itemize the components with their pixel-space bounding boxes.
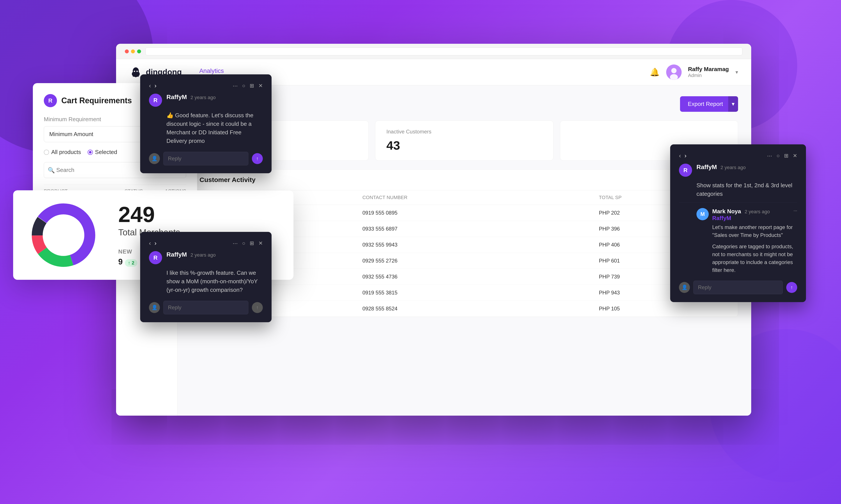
sub-comment-text1: Let's make another report page for "Sale… xyxy=(712,223,797,239)
sub-comment-content: Mark Noya 2 years ago ··· RaffyM Let's m… xyxy=(712,208,797,274)
reply-send-bl[interactable]: ↑ xyxy=(252,302,263,313)
comment-user-top: R RaffyM 2 years ago xyxy=(149,94,263,107)
merchants-count: 249 xyxy=(118,203,280,225)
stat-new-value2: 9 ↑ 2 xyxy=(118,257,137,267)
export-caret-icon: ▾ xyxy=(728,96,738,112)
comment-header-bl: ‹ › ··· ○ ⊞ ✕ xyxy=(149,240,263,247)
comment-text-bl: I like this %-growth feature. Can we sho… xyxy=(167,269,263,294)
svg-point-10 xyxy=(44,215,83,255)
svg-point-1 xyxy=(134,71,135,72)
url-bar[interactable] xyxy=(145,48,742,55)
stat-new-label2: NEW xyxy=(118,248,137,255)
merchants-donut-chart xyxy=(26,198,101,272)
comment-nav-right: ‹ › xyxy=(679,152,687,159)
reply-avatar-top: 👤 xyxy=(149,153,160,164)
comment-more-icon-r[interactable]: ··· xyxy=(767,152,772,159)
minimize-dot[interactable] xyxy=(131,50,135,53)
comment-close-icon-r[interactable]: ✕ xyxy=(793,153,797,159)
maximize-dot[interactable] xyxy=(137,50,141,53)
close-dot[interactable] xyxy=(125,50,129,53)
comment-close-icon[interactable]: ✕ xyxy=(258,83,263,89)
sub-comment: M Mark Noya 2 years ago ··· RaffyM Let's… xyxy=(697,208,797,274)
sub-comment-avatar: M xyxy=(697,208,709,220)
cell-contact: 0929 555 2726 xyxy=(356,253,593,269)
cell-contact: 0919 555 3815 xyxy=(356,285,593,301)
sub-comment-mention: RaffyM xyxy=(712,215,797,221)
stat-new-badge2: ↑ 2 xyxy=(125,259,137,267)
comment-prev-btn[interactable]: ‹ xyxy=(149,82,151,89)
comment-expand-icon-bl[interactable]: ⊞ xyxy=(250,240,254,246)
comment-expand-icon[interactable]: ⊞ xyxy=(250,83,254,89)
user-menu-chevron-icon[interactable]: ▾ xyxy=(735,69,738,75)
comment-username-right: RaffyM xyxy=(697,164,717,170)
browser-dots xyxy=(125,50,141,53)
notification-bell-icon[interactable]: 🔔 xyxy=(650,68,660,77)
comment-header-right: ‹ › ··· ○ ⊞ ✕ xyxy=(679,152,797,159)
comment-check-icon-r[interactable]: ○ xyxy=(777,153,780,159)
comment-more-icon-bl[interactable]: ··· xyxy=(233,240,238,247)
comment-user-meta-bl: RaffyM 2 years ago xyxy=(167,251,216,258)
reply-send-right[interactable]: ↑ xyxy=(786,282,797,293)
cell-contact: 0928 555 8524 xyxy=(356,301,593,317)
comment-username-top: RaffyM xyxy=(167,94,187,101)
reply-send-top[interactable]: ↑ xyxy=(252,153,263,164)
stat-inactive: Inactive Customers 43 xyxy=(375,121,553,161)
cell-contact: 0932 555 4736 xyxy=(356,269,593,285)
sub-comment-header: Mark Noya 2 years ago ··· xyxy=(712,208,797,215)
comment-reply-right: 👤 ↑ xyxy=(679,281,797,294)
user-avatar xyxy=(666,65,682,80)
comment-prev-btn-bl[interactable]: ‹ xyxy=(149,240,151,247)
comment-user-meta-right: RaffyM 2 years ago xyxy=(697,164,746,170)
table-header-row: Customer Activity Jan 01 - 05, 2022 xyxy=(191,169,738,190)
comment-actions-top: ··· ○ ⊞ ✕ xyxy=(233,82,263,89)
comment-header-top: ‹ › ··· ○ ⊞ ✕ xyxy=(149,82,263,89)
svg-point-2 xyxy=(136,71,138,72)
comment-next-btn[interactable]: › xyxy=(154,82,156,89)
sub-comment-more-icon[interactable]: ··· xyxy=(793,208,797,213)
user-role: Admin xyxy=(688,73,729,78)
reply-input-right[interactable] xyxy=(693,281,783,294)
stat-inactive-label: Inactive Customers xyxy=(386,129,542,135)
sub-comment-name: Mark Noya xyxy=(712,208,741,215)
comment-avatar-right: R xyxy=(679,164,692,177)
comment-more-icon[interactable]: ··· xyxy=(233,82,238,89)
comment-actions-right: ··· ○ ⊞ ✕ xyxy=(767,152,797,159)
comment-user-bl: R RaffyM 2 years ago xyxy=(149,251,263,264)
comment-check-icon[interactable]: ○ xyxy=(242,83,245,89)
cell-contact: 0932 555 9943 xyxy=(356,237,593,253)
comment-reply-top: 👤 ↑ xyxy=(149,152,263,165)
comment-text-right: Show stats for the 1st, 2nd & 3rd level … xyxy=(697,181,797,198)
table-row: 0928 555 8524 PHP 105 xyxy=(191,301,738,317)
comment-time-bl: 2 years ago xyxy=(191,252,216,258)
svg-point-4 xyxy=(671,68,676,73)
comment-check-icon-bl[interactable]: ○ xyxy=(242,240,245,246)
stat-new-group: NEW 9 ↑ 2 xyxy=(118,248,137,267)
comment-next-btn-bl[interactable]: › xyxy=(154,240,156,247)
comment-close-icon-bl[interactable]: ✕ xyxy=(258,240,263,246)
radio-all-products[interactable]: All products xyxy=(44,149,81,156)
radio-selected[interactable]: Selected xyxy=(88,149,117,156)
search-icon: 🔍 xyxy=(48,167,55,174)
cell-total: PHP 105 xyxy=(593,301,738,317)
comment-expand-icon-r[interactable]: ⊞ xyxy=(784,153,788,159)
reply-input-top[interactable] xyxy=(164,152,248,165)
user-info: Raffy Maramag Admin xyxy=(688,66,729,78)
reply-avatar-right: 👤 xyxy=(679,282,690,293)
header-right: 🔔 Raffy Maramag Admin ▾ xyxy=(650,65,738,80)
comment-separator xyxy=(679,202,797,203)
comment-bubble-top: ‹ › ··· ○ ⊞ ✕ R RaffyM 2 years ago 👍 Goo… xyxy=(140,74,272,173)
comment-next-btn-r[interactable]: › xyxy=(684,152,686,159)
export-report-button[interactable]: Export Report ▾ xyxy=(680,96,738,112)
stats-row: New Customers this week 764 + 20% Inacti… xyxy=(191,121,738,161)
browser-chrome xyxy=(116,44,751,59)
comment-text-top: 👍 Good feature. Let's discuss the discou… xyxy=(167,111,263,145)
table-title: Customer Activity xyxy=(200,176,256,183)
reply-input-bl[interactable] xyxy=(164,301,248,314)
comment-user-meta-top: RaffyM 2 years ago xyxy=(167,94,216,101)
radio-all-dot xyxy=(44,150,49,155)
radio-selected-dot xyxy=(88,150,93,155)
table-row: 0919 555 3815 PHP 943 xyxy=(191,285,738,301)
comment-time-top: 2 years ago xyxy=(191,95,216,100)
comment-prev-btn-r[interactable]: ‹ xyxy=(679,152,681,159)
cell-contact: 0933 555 6897 xyxy=(356,221,593,237)
